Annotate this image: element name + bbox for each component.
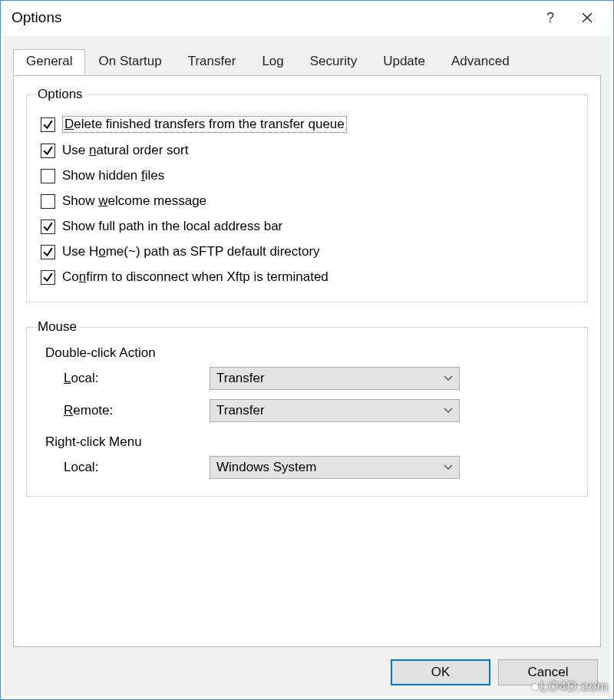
- check-label: Show full path in the local address bar: [62, 219, 282, 234]
- check-confirm-disconnect[interactable]: Confirm to disconnect when Xftp is termi…: [41, 269, 573, 285]
- cancel-button[interactable]: Cancel: [498, 659, 598, 685]
- tab-label: Advanced: [451, 54, 510, 68]
- check-label: Confirm to disconnect when Xftp is termi…: [62, 269, 328, 285]
- check-label: Use natural order sort: [62, 143, 188, 158]
- check-label: Show hidden files: [62, 168, 164, 183]
- check-natural-order[interactable]: Use natural order sort: [41, 143, 573, 158]
- select-dbl-remote[interactable]: Transfer: [210, 399, 460, 422]
- close-button[interactable]: [569, 4, 606, 31]
- tab-label: General: [26, 54, 72, 68]
- check-label: Delete finished transfers from the trans…: [62, 116, 347, 133]
- group-mouse-legend: Mouse: [38, 319, 80, 335]
- tab-label: Security: [310, 54, 357, 68]
- row-dbl-remote: Remote: Transfer: [64, 399, 573, 422]
- label-rc-local: Local:: [64, 460, 210, 475]
- group-options-legend: Options: [38, 87, 86, 102]
- close-icon: [582, 12, 593, 23]
- select-rc-local[interactable]: Windows System: [210, 456, 460, 479]
- checkbox-icon: [41, 245, 55, 259]
- tab-advanced[interactable]: Advanced: [438, 49, 523, 74]
- select-value: Transfer: [216, 403, 444, 418]
- group-options: Options Delete finished transfers from t…: [26, 87, 588, 302]
- checkbox-icon: [41, 194, 55, 209]
- select-value: Transfer: [216, 371, 444, 386]
- dialog-button-bar: OK Cancel: [391, 659, 598, 685]
- label-dbl-local: Local:: [64, 371, 210, 386]
- tab-label: Log: [262, 54, 283, 68]
- check-show-welcome[interactable]: Show welcome message: [41, 193, 573, 209]
- chevron-down-icon: [444, 375, 453, 381]
- ok-button[interactable]: OK: [391, 659, 490, 685]
- tab-on-startup[interactable]: On Startup: [85, 49, 174, 74]
- heading-right-click: Right-click Menu: [45, 434, 573, 450]
- tab-transfer[interactable]: Transfer: [175, 49, 249, 74]
- checkbox-icon: [41, 220, 55, 234]
- tab-label: Transfer: [188, 54, 236, 68]
- checkbox-icon: [41, 169, 55, 183]
- check-label: Show welcome message: [62, 193, 206, 209]
- heading-double-click: Double-click Action: [45, 345, 573, 361]
- chevron-down-icon: [444, 408, 453, 414]
- select-value: Windows System: [216, 460, 444, 475]
- check-home-path[interactable]: Use Home(~) path as SFTP default directo…: [41, 244, 573, 259]
- tab-update[interactable]: Update: [370, 49, 438, 74]
- tab-log[interactable]: Log: [249, 49, 296, 74]
- client-area: General On Startup Transfer Log Security…: [4, 36, 610, 696]
- check-label: Use Home(~) path as SFTP default directo…: [62, 244, 320, 259]
- select-dbl-local[interactable]: Transfer: [210, 367, 460, 390]
- tab-security[interactable]: Security: [297, 49, 370, 74]
- tab-panel-general: Options Delete finished transfers from t…: [13, 75, 601, 647]
- titlebar: Options ?: [1, 1, 613, 35]
- check-show-hidden[interactable]: Show hidden files: [41, 168, 573, 183]
- options-dialog: Options ? General On Startup Transfer Lo…: [0, 0, 614, 700]
- checkbox-icon: [41, 144, 55, 158]
- row-rc-local: Local: Windows System: [64, 456, 573, 479]
- tab-label: Update: [383, 54, 425, 68]
- checkbox-icon: [41, 117, 55, 132]
- window-title: Options: [12, 9, 532, 26]
- check-delete-finished[interactable]: Delete finished transfers from the trans…: [41, 116, 573, 133]
- row-dbl-local: Local: Transfer: [64, 367, 573, 390]
- chevron-down-icon: [444, 464, 453, 471]
- tab-general[interactable]: General: [13, 49, 85, 74]
- checkbox-icon: [41, 270, 55, 285]
- group-mouse: Mouse Double-click Action Local: Transfe…: [26, 319, 588, 497]
- help-button[interactable]: ?: [532, 4, 569, 31]
- label-dbl-remote: Remote:: [64, 403, 210, 418]
- check-full-path[interactable]: Show full path in the local address bar: [41, 219, 573, 234]
- tab-label: On Startup: [98, 54, 161, 68]
- tab-strip: General On Startup Transfer Log Security…: [13, 48, 601, 74]
